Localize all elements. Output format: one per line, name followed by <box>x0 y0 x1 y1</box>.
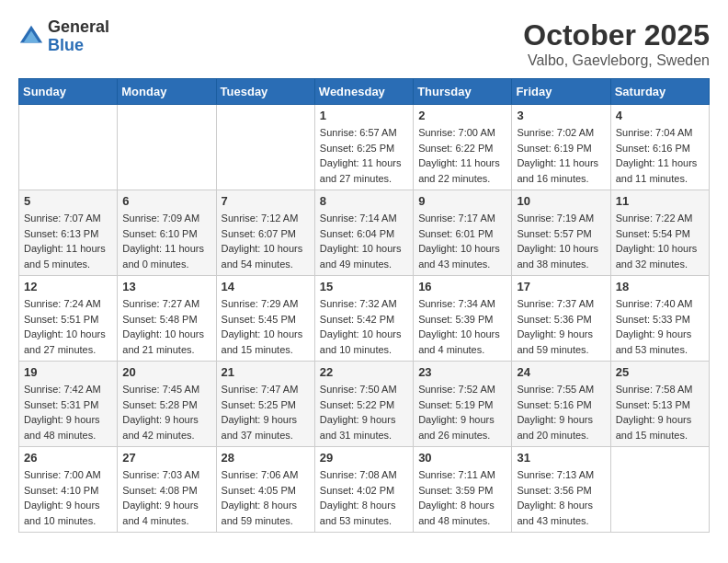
calendar-table: SundayMondayTuesdayWednesdayThursdayFrid… <box>18 78 710 533</box>
weekday-header-row: SundayMondayTuesdayWednesdayThursdayFrid… <box>19 79 710 105</box>
calendar-cell: 9Sunrise: 7:17 AM Sunset: 6:01 PM Daylig… <box>414 190 512 276</box>
day-number: 7 <box>222 194 310 208</box>
day-number: 24 <box>517 365 605 379</box>
calendar-cell: 21Sunrise: 7:47 AM Sunset: 5:25 PM Dayli… <box>216 362 314 447</box>
weekday-header-sunday: Sunday <box>19 79 118 105</box>
calendar-cell: 23Sunrise: 7:52 AM Sunset: 5:19 PM Dayli… <box>414 362 512 447</box>
day-number: 31 <box>517 451 605 465</box>
calendar-week-5: 26Sunrise: 7:00 AM Sunset: 4:10 PM Dayli… <box>19 447 710 533</box>
month-title: October 2025 <box>523 18 710 52</box>
day-number: 14 <box>222 280 310 293</box>
day-number: 22 <box>320 365 408 379</box>
day-number: 17 <box>517 280 605 293</box>
day-number: 23 <box>418 365 506 379</box>
calendar-cell: 29Sunrise: 7:08 AM Sunset: 4:02 PM Dayli… <box>314 447 413 533</box>
day-number: 12 <box>24 280 112 293</box>
day-info: Sunrise: 7:58 AM Sunset: 5:13 PM Dayligh… <box>616 382 704 442</box>
calendar-cell: 20Sunrise: 7:45 AM Sunset: 5:28 PM Dayli… <box>118 362 216 447</box>
day-number: 10 <box>517 194 605 208</box>
day-info: Sunrise: 7:08 AM Sunset: 4:02 PM Dayligh… <box>320 467 408 528</box>
calendar-cell <box>610 447 709 533</box>
day-info: Sunrise: 7:19 AM Sunset: 5:57 PM Dayligh… <box>517 211 605 271</box>
weekday-header-saturday: Saturday <box>610 79 709 105</box>
day-number: 13 <box>122 280 210 293</box>
calendar-cell: 1Sunrise: 6:57 AM Sunset: 6:25 PM Daylig… <box>314 105 413 190</box>
day-number: 27 <box>122 451 210 465</box>
day-number: 6 <box>122 194 210 208</box>
calendar-cell <box>118 105 216 190</box>
calendar-cell: 15Sunrise: 7:32 AM Sunset: 5:42 PM Dayli… <box>314 276 413 362</box>
day-info: Sunrise: 7:42 AM Sunset: 5:31 PM Dayligh… <box>24 382 112 442</box>
calendar-cell: 14Sunrise: 7:29 AM Sunset: 5:45 PM Dayli… <box>216 276 314 362</box>
logo: General Blue <box>18 18 109 55</box>
calendar-cell: 25Sunrise: 7:58 AM Sunset: 5:13 PM Dayli… <box>610 362 709 447</box>
day-info: Sunrise: 7:14 AM Sunset: 6:04 PM Dayligh… <box>320 211 408 271</box>
calendar-cell: 26Sunrise: 7:00 AM Sunset: 4:10 PM Dayli… <box>19 447 118 533</box>
day-info: Sunrise: 7:37 AM Sunset: 5:36 PM Dayligh… <box>517 296 605 357</box>
day-info: Sunrise: 7:27 AM Sunset: 5:48 PM Dayligh… <box>122 296 210 357</box>
day-number: 16 <box>418 280 506 293</box>
calendar-cell: 11Sunrise: 7:22 AM Sunset: 5:54 PM Dayli… <box>610 190 709 276</box>
day-info: Sunrise: 7:29 AM Sunset: 5:45 PM Dayligh… <box>222 296 310 357</box>
day-number: 18 <box>616 280 704 293</box>
day-info: Sunrise: 7:09 AM Sunset: 6:10 PM Dayligh… <box>122 211 210 271</box>
day-number: 11 <box>616 194 704 208</box>
day-number: 26 <box>24 451 112 465</box>
calendar-cell: 4Sunrise: 7:04 AM Sunset: 6:16 PM Daylig… <box>610 105 709 190</box>
weekday-header-friday: Friday <box>512 79 610 105</box>
day-number: 2 <box>418 109 506 122</box>
day-number: 25 <box>616 365 704 379</box>
day-info: Sunrise: 7:00 AM Sunset: 6:22 PM Dayligh… <box>418 125 506 186</box>
day-number: 3 <box>517 109 605 122</box>
day-number: 21 <box>222 365 310 379</box>
calendar-cell: 8Sunrise: 7:14 AM Sunset: 6:04 PM Daylig… <box>314 190 413 276</box>
day-info: Sunrise: 7:06 AM Sunset: 4:05 PM Dayligh… <box>222 467 310 528</box>
calendar-cell: 22Sunrise: 7:50 AM Sunset: 5:22 PM Dayli… <box>314 362 413 447</box>
day-info: Sunrise: 7:04 AM Sunset: 6:16 PM Dayligh… <box>616 125 704 186</box>
calendar-cell: 2Sunrise: 7:00 AM Sunset: 6:22 PM Daylig… <box>414 105 512 190</box>
day-info: Sunrise: 7:22 AM Sunset: 5:54 PM Dayligh… <box>616 211 704 271</box>
day-number: 8 <box>320 194 408 208</box>
day-info: Sunrise: 7:55 AM Sunset: 5:16 PM Dayligh… <box>517 382 605 442</box>
calendar-cell: 17Sunrise: 7:37 AM Sunset: 5:36 PM Dayli… <box>512 276 610 362</box>
calendar-week-4: 19Sunrise: 7:42 AM Sunset: 5:31 PM Dayli… <box>19 362 710 447</box>
calendar-cell: 3Sunrise: 7:02 AM Sunset: 6:19 PM Daylig… <box>512 105 610 190</box>
calendar-cell: 12Sunrise: 7:24 AM Sunset: 5:51 PM Dayli… <box>19 276 118 362</box>
title-block: October 2025 Valbo, Gaevleborg, Sweden <box>523 18 710 69</box>
calendar-cell: 10Sunrise: 7:19 AM Sunset: 5:57 PM Dayli… <box>512 190 610 276</box>
calendar-week-2: 5Sunrise: 7:07 AM Sunset: 6:13 PM Daylig… <box>19 190 710 276</box>
day-info: Sunrise: 7:24 AM Sunset: 5:51 PM Dayligh… <box>24 296 112 357</box>
day-info: Sunrise: 7:02 AM Sunset: 6:19 PM Dayligh… <box>517 125 605 186</box>
day-info: Sunrise: 7:45 AM Sunset: 5:28 PM Dayligh… <box>122 382 210 442</box>
calendar-cell: 7Sunrise: 7:12 AM Sunset: 6:07 PM Daylig… <box>216 190 314 276</box>
day-info: Sunrise: 7:47 AM Sunset: 5:25 PM Dayligh… <box>222 382 310 442</box>
page-header: General Blue October 2025 Valbo, Gaevleb… <box>18 18 710 69</box>
calendar-cell: 5Sunrise: 7:07 AM Sunset: 6:13 PM Daylig… <box>19 190 118 276</box>
logo-blue-text: Blue <box>48 36 84 54</box>
calendar-cell: 27Sunrise: 7:03 AM Sunset: 4:08 PM Dayli… <box>118 447 216 533</box>
calendar-cell: 30Sunrise: 7:11 AM Sunset: 3:59 PM Dayli… <box>414 447 512 533</box>
calendar-week-1: 1Sunrise: 6:57 AM Sunset: 6:25 PM Daylig… <box>19 105 710 190</box>
day-number: 9 <box>418 194 506 208</box>
day-number: 30 <box>418 451 506 465</box>
weekday-header-thursday: Thursday <box>414 79 512 105</box>
calendar-cell <box>216 105 314 190</box>
day-number: 29 <box>320 451 408 465</box>
day-number: 19 <box>24 365 112 379</box>
day-info: Sunrise: 7:03 AM Sunset: 4:08 PM Dayligh… <box>122 467 210 528</box>
day-info: Sunrise: 7:34 AM Sunset: 5:39 PM Dayligh… <box>418 296 506 357</box>
calendar-cell: 19Sunrise: 7:42 AM Sunset: 5:31 PM Dayli… <box>19 362 118 447</box>
day-number: 28 <box>222 451 310 465</box>
calendar-cell: 18Sunrise: 7:40 AM Sunset: 5:33 PM Dayli… <box>610 276 709 362</box>
calendar-cell: 6Sunrise: 7:09 AM Sunset: 6:10 PM Daylig… <box>118 190 216 276</box>
day-info: Sunrise: 7:52 AM Sunset: 5:19 PM Dayligh… <box>418 382 506 442</box>
day-info: Sunrise: 7:32 AM Sunset: 5:42 PM Dayligh… <box>320 296 408 357</box>
calendar-cell: 31Sunrise: 7:13 AM Sunset: 3:56 PM Dayli… <box>512 447 610 533</box>
day-info: Sunrise: 6:57 AM Sunset: 6:25 PM Dayligh… <box>320 125 408 186</box>
day-info: Sunrise: 7:50 AM Sunset: 5:22 PM Dayligh… <box>320 382 408 442</box>
day-info: Sunrise: 7:00 AM Sunset: 4:10 PM Dayligh… <box>24 467 112 528</box>
day-info: Sunrise: 7:11 AM Sunset: 3:59 PM Dayligh… <box>418 467 506 528</box>
calendar-week-3: 12Sunrise: 7:24 AM Sunset: 5:51 PM Dayli… <box>19 276 710 362</box>
weekday-header-wednesday: Wednesday <box>314 79 413 105</box>
day-info: Sunrise: 7:07 AM Sunset: 6:13 PM Dayligh… <box>24 211 112 271</box>
